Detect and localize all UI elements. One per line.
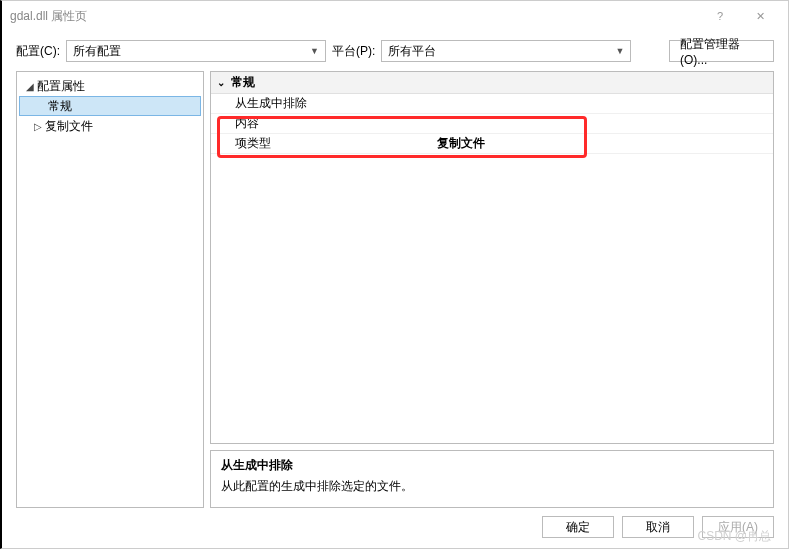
grid-row[interactable]: 内容: [211, 114, 773, 134]
config-combo-value: 所有配置: [73, 43, 121, 60]
config-toolbar: 配置(C): 所有配置 ▼ 平台(P): 所有平台 ▼ 配置管理器(O)...: [2, 37, 788, 65]
title-bar: gdal.dll 属性页 ? ✕: [2, 1, 788, 31]
collapse-icon[interactable]: ◢: [23, 81, 37, 92]
description-title: 从生成中排除: [221, 457, 763, 474]
grid-label: 项类型: [211, 135, 431, 152]
collapse-icon[interactable]: ⌄: [217, 77, 231, 88]
nav-tree[interactable]: ◢ 配置属性 常规 ▷ 复制文件: [16, 71, 204, 508]
config-manager-button[interactable]: 配置管理器(O)...: [669, 40, 774, 62]
grid-label: 内容: [211, 115, 431, 132]
chevron-down-icon: ▼: [615, 46, 624, 56]
platform-combo-value: 所有平台: [388, 43, 436, 60]
grid-row[interactable]: 从生成中排除: [211, 94, 773, 114]
config-label: 配置(C):: [16, 43, 60, 60]
tree-node-config-props[interactable]: ◢ 配置属性: [17, 76, 203, 96]
grid-section-header[interactable]: ⌄ 常规: [211, 72, 773, 94]
window-title: gdal.dll 属性页: [10, 8, 87, 25]
grid-label: 从生成中排除: [211, 95, 431, 112]
help-icon[interactable]: ?: [700, 10, 740, 22]
property-grid: ⌄ 常规 从生成中排除 内容 项类型 复制文件: [210, 71, 774, 444]
tree-node-copyfile[interactable]: ▷ 复制文件: [17, 116, 203, 136]
tree-node-general[interactable]: 常规: [19, 96, 201, 116]
description-panel: 从生成中排除 从此配置的生成中排除选定的文件。: [210, 450, 774, 508]
platform-label: 平台(P):: [332, 43, 375, 60]
dialog-footer: 确定 取消 应用(A): [2, 512, 788, 548]
cancel-button[interactable]: 取消: [622, 516, 694, 538]
close-icon[interactable]: ✕: [740, 10, 780, 23]
chevron-down-icon: ▼: [310, 46, 319, 56]
apply-button: 应用(A): [702, 516, 774, 538]
grid-row[interactable]: 项类型 复制文件: [211, 134, 773, 154]
config-combo[interactable]: 所有配置 ▼: [66, 40, 326, 62]
expand-icon[interactable]: ▷: [31, 121, 45, 132]
description-body: 从此配置的生成中排除选定的文件。: [221, 478, 763, 495]
main-area: ◢ 配置属性 常规 ▷ 复制文件 ⌄ 常规 从生成中排除 内容: [2, 65, 788, 512]
platform-combo[interactable]: 所有平台 ▼: [381, 40, 631, 62]
ok-button[interactable]: 确定: [542, 516, 614, 538]
grid-value[interactable]: 复制文件: [431, 135, 773, 152]
